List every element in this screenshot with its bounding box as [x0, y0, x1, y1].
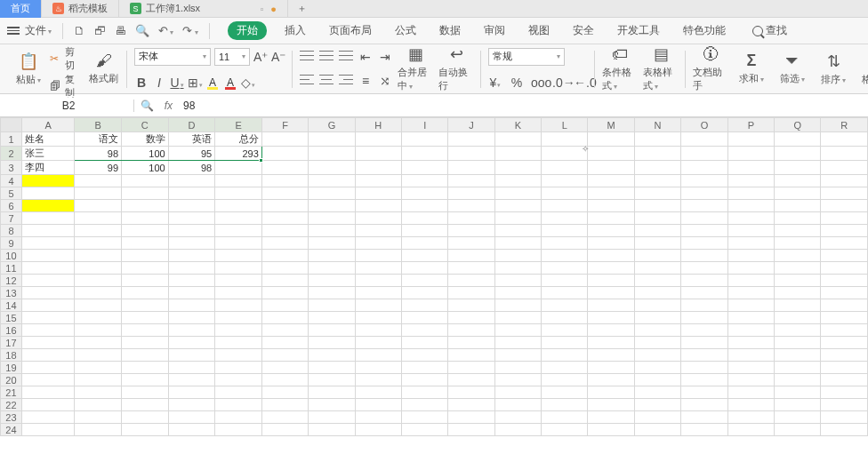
col-header-N[interactable]: N: [634, 118, 680, 132]
cell-E19[interactable]: [215, 362, 262, 374]
cell-D1[interactable]: 英语: [168, 132, 215, 147]
cell-H1[interactable]: [355, 132, 401, 147]
cell-R8[interactable]: [821, 225, 868, 237]
cell-C15[interactable]: [122, 312, 169, 324]
cell-Q18[interactable]: [775, 349, 821, 362]
cell-H8[interactable]: [355, 225, 401, 237]
font-grow-button[interactable]: A⁺: [253, 50, 268, 64]
cell-L22[interactable]: [542, 399, 588, 411]
menu-data[interactable]: 数据: [434, 20, 466, 42]
row-header-14[interactable]: 14: [1, 299, 22, 312]
cell-D8[interactable]: [168, 225, 215, 237]
cell-P18[interactable]: [727, 349, 774, 362]
cell-J15[interactable]: [448, 312, 494, 324]
cell-B4[interactable]: [75, 175, 122, 187]
cell-I19[interactable]: [402, 362, 448, 374]
cell-D13[interactable]: [168, 287, 215, 299]
cell-R23[interactable]: [821, 411, 868, 424]
cell-P11[interactable]: [727, 262, 774, 275]
cell-K5[interactable]: [494, 187, 541, 200]
cell-H7[interactable]: [355, 212, 401, 225]
indent-dec-button[interactable]: ⇤: [358, 50, 373, 64]
align-middle-button[interactable]: [319, 50, 334, 62]
fx-insert-icon[interactable]: fx: [165, 100, 173, 112]
cell-R1[interactable]: [821, 132, 868, 147]
cell-M6[interactable]: [588, 200, 634, 212]
cell-C13[interactable]: [122, 287, 169, 299]
cell-I10[interactable]: [402, 250, 448, 262]
cell-F13[interactable]: [261, 287, 308, 299]
cell-B20[interactable]: [75, 374, 122, 386]
cell-R7[interactable]: [821, 212, 868, 225]
justify-button[interactable]: ≡: [358, 74, 373, 88]
cell-H4[interactable]: [355, 175, 401, 187]
cell-G21[interactable]: [309, 386, 355, 399]
cell-M14[interactable]: [588, 299, 634, 312]
cell-A17[interactable]: [21, 337, 75, 349]
orientation-button[interactable]: ⤭: [378, 74, 392, 88]
cell-R15[interactable]: [821, 312, 868, 324]
cell-R4[interactable]: [821, 175, 868, 187]
percent-button[interactable]: %: [510, 76, 524, 90]
cell-J19[interactable]: [448, 362, 494, 374]
cell-M16[interactable]: [588, 324, 634, 337]
cell-G7[interactable]: [309, 212, 355, 225]
cell-I9[interactable]: [402, 237, 448, 250]
row-header-13[interactable]: 13: [1, 287, 22, 299]
cell-D18[interactable]: [168, 349, 215, 362]
cell-L5[interactable]: [542, 187, 588, 200]
comma-button[interactable]: ooo: [531, 76, 545, 90]
cell-B24[interactable]: [75, 424, 122, 436]
cell-N17[interactable]: [634, 337, 680, 349]
col-header-H[interactable]: H: [355, 118, 401, 132]
cell-J20[interactable]: [448, 374, 494, 386]
cell-M1[interactable]: [588, 132, 634, 147]
cell-L6[interactable]: [542, 200, 588, 212]
cell-E10[interactable]: [215, 250, 262, 262]
cell-O2[interactable]: [681, 147, 727, 161]
cell-H15[interactable]: [355, 312, 401, 324]
cell-K24[interactable]: [494, 424, 541, 436]
cell-R24[interactable]: [821, 424, 868, 436]
cell-N15[interactable]: [634, 312, 680, 324]
cell-O6[interactable]: [681, 200, 727, 212]
undo-button[interactable]: ↶: [158, 25, 173, 36]
cell-C17[interactable]: [122, 337, 169, 349]
cell-B11[interactable]: [75, 262, 122, 275]
cell-B6[interactable]: [75, 200, 122, 212]
cell-D19[interactable]: [168, 362, 215, 374]
cell-N3[interactable]: [634, 161, 680, 175]
cell-O14[interactable]: [681, 299, 727, 312]
cell-P15[interactable]: [727, 312, 774, 324]
cell-L11[interactable]: [542, 262, 588, 275]
cell-D22[interactable]: [168, 399, 215, 411]
row-header-16[interactable]: 16: [1, 324, 22, 337]
cell-K13[interactable]: [494, 287, 541, 299]
cell-O7[interactable]: [681, 212, 727, 225]
row-header-7[interactable]: 7: [1, 212, 22, 225]
cell-J22[interactable]: [448, 399, 494, 411]
cell-N1[interactable]: [634, 132, 680, 147]
cell-F7[interactable]: [261, 212, 308, 225]
cell-G9[interactable]: [309, 237, 355, 250]
cell-I4[interactable]: [402, 175, 448, 187]
redo-button[interactable]: ↷: [182, 25, 197, 36]
row-header-12[interactable]: 12: [1, 275, 22, 287]
cell-K23[interactable]: [494, 411, 541, 424]
cell-B15[interactable]: [75, 312, 122, 324]
cell-L15[interactable]: [542, 312, 588, 324]
cell-D21[interactable]: [168, 386, 215, 399]
cell-M13[interactable]: [588, 287, 634, 299]
cell-K17[interactable]: [494, 337, 541, 349]
cell-C10[interactable]: [122, 250, 169, 262]
cell-C7[interactable]: [122, 212, 169, 225]
cell-O8[interactable]: [681, 225, 727, 237]
cell-P17[interactable]: [727, 337, 774, 349]
cell-J4[interactable]: [448, 175, 494, 187]
cell-E24[interactable]: [215, 424, 262, 436]
cell-J24[interactable]: [448, 424, 494, 436]
filter-button[interactable]: 筛选: [775, 45, 810, 92]
cond-format-button[interactable]: 条件格式: [602, 45, 638, 92]
cell-B10[interactable]: [75, 250, 122, 262]
formula-input[interactable]: 98: [178, 100, 868, 112]
